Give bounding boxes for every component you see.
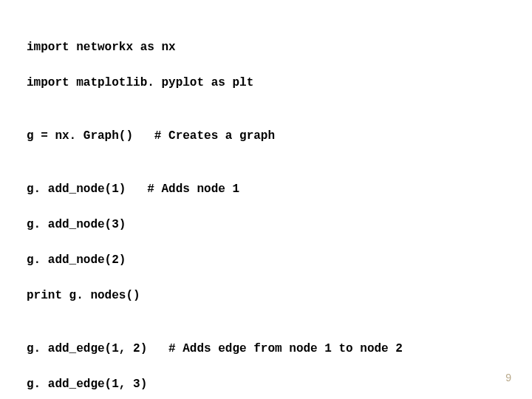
- code-comment: # Adds edge from node 1 to node 2: [168, 342, 403, 355]
- code-line: g. add_node(2): [27, 251, 505, 269]
- code-comment: # Creates a graph: [154, 129, 275, 143]
- code-line: import matplotlib. pyplot as plt: [27, 74, 505, 92]
- code-line: g = nx. Graph() # Creates a graph: [27, 127, 505, 145]
- code-line: print g. nodes(): [27, 287, 505, 304]
- code-line: g. add_edge(1, 3): [27, 375, 505, 393]
- code-text: g. add_edge(1, 2): [27, 340, 147, 358]
- code-line: g. add_node(1) # Adds node 1: [27, 180, 505, 198]
- code-comment: # Adds node 1: [147, 183, 239, 196]
- code-block: import networkx as nx import matplotlib.…: [27, 21, 505, 399]
- code-line: g. add_edge(1, 2) # Adds edge from node …: [27, 340, 505, 358]
- code-line: g. add_node(3): [27, 216, 505, 233]
- code-line: import networkx as nx: [27, 38, 505, 56]
- page-number: 9: [505, 370, 511, 386]
- code-text: g. add_node(1): [27, 180, 126, 198]
- code-text: g = nx. Graph(): [27, 127, 133, 145]
